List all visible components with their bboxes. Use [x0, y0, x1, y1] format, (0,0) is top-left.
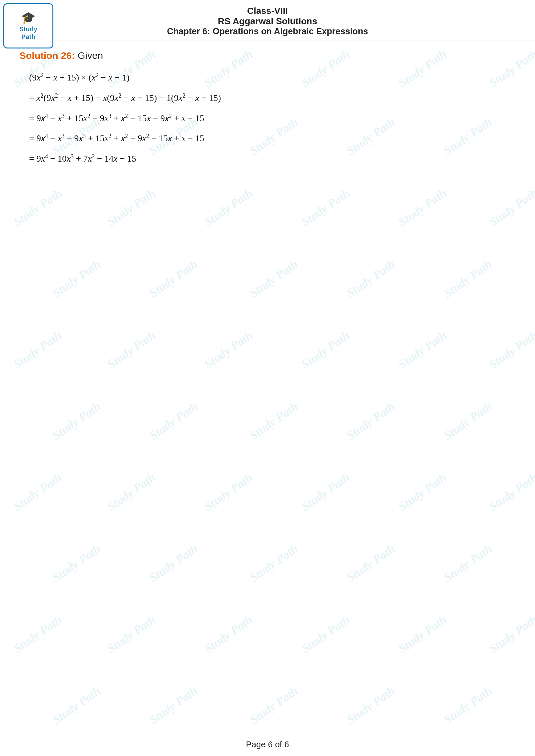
logo-text: StudyPath [19, 25, 38, 41]
header-class: Class-VIII [7, 6, 528, 16]
logo: 🎓 StudyPath [3, 3, 55, 50]
page-header: Class-VIII RS Aggarwal Solutions Chapter… [0, 0, 535, 40]
page-number: Page 6 of 6 [246, 740, 289, 749]
math-line-5: = 9x4 − 10x3 + 7x2 − 14x − 15 [29, 149, 516, 168]
page-content: Solution 26: Given (9x2 − x + 15) × (x2 … [0, 40, 535, 179]
header-book: RS Aggarwal Solutions [7, 16, 528, 26]
solution-given: Given [78, 50, 103, 61]
math-content: (9x2 − x + 15) × (x2 − x − 1) = x2(9x2 −… [29, 68, 516, 168]
math-line-2: = x2(9x2 − x + 15) − x(9x2 − x + 15) − 1… [29, 89, 516, 108]
logo-icon: 🎓 [21, 11, 36, 25]
solution-heading: Solution 26: Given [19, 50, 516, 61]
math-line-4: = 9x4 − x3 − 9x3 + 15x2 + x2 − 9x2 − 15x… [29, 129, 516, 148]
solution-label: Solution 26: [19, 50, 75, 61]
math-line-3: = 9x4 − x3 + 15x2 − 9x3 + x2 − 15x − 9x2… [29, 109, 516, 128]
page-footer: Page 6 of 6 [0, 740, 535, 749]
math-line-1: (9x2 − x + 15) × (x2 − x − 1) [29, 68, 516, 87]
header-chapter: Chapter 6: Operations on Algebraic Expre… [7, 26, 528, 37]
